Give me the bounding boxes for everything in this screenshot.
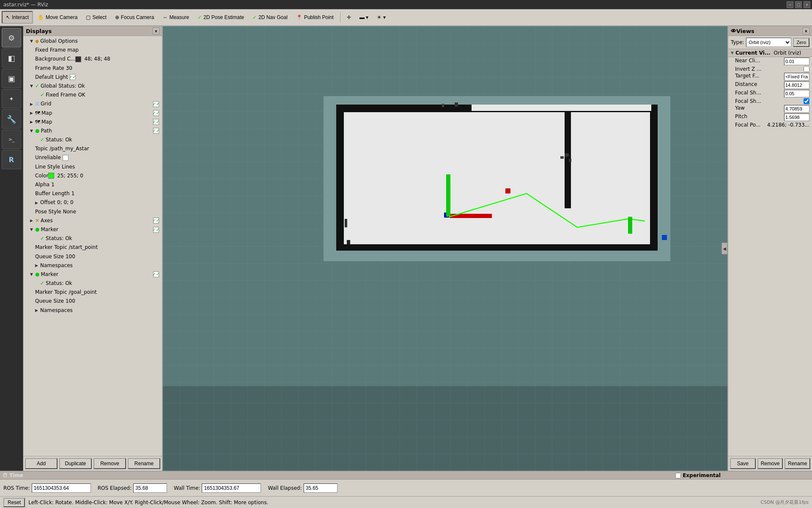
map1-row[interactable]: ▶ 🗺 Map ✓ (29, 109, 161, 118)
remove-button[interactable]: Remove (93, 458, 126, 469)
path-status-row[interactable]: ✓ Status: Ok (39, 135, 161, 144)
path-linestyle-row[interactable]: Line Style Lines (34, 163, 161, 171)
background-row[interactable]: Background C... 48; 48; 48 (34, 55, 161, 64)
marker2-row[interactable]: ▼ ● Marker ✓ (29, 270, 161, 279)
marker1-status-row[interactable]: ✓ Status: Ok (39, 234, 161, 243)
add-button[interactable]: Add (25, 458, 58, 469)
axes-row[interactable]: ▶ ✕ Axes ✓ (29, 216, 161, 225)
experimental-checkbox[interactable] (675, 473, 681, 478)
displays-content[interactable]: ▼ ◆ Global Options Fixed Frame map Backg… (23, 36, 162, 456)
marker1-queue-row[interactable]: Queue Size 100 (34, 252, 161, 261)
views-save-button[interactable]: Save (730, 458, 756, 469)
publish-point-button[interactable]: 📍 Publish Point (292, 11, 337, 24)
displays-close-button[interactable]: × (153, 28, 159, 34)
views-rename-button[interactable]: Rename (785, 458, 810, 469)
path-unreliable-row[interactable]: Unreliable (34, 153, 161, 162)
path-bufferlength-row[interactable]: Buffer Length 1 (34, 189, 161, 198)
default-light-checkbox[interactable]: ✓ (70, 74, 76, 80)
measure-button[interactable]: ↔ Measure (159, 11, 193, 24)
default-light-row[interactable]: Default Light ✓ (34, 73, 161, 82)
global-options-row[interactable]: ▼ ◆ Global Options (29, 37, 161, 46)
focus-camera-button[interactable]: ⊕ Focus Camera (111, 11, 158, 24)
display-icon-btn[interactable]: ▣ (2, 69, 21, 88)
crosshair-button[interactable]: ✛ (343, 11, 355, 24)
marker1-row[interactable]: ▼ ● Marker ✓ (29, 225, 161, 234)
path-checkbox[interactable]: ✓ (153, 128, 159, 134)
frame-rate-label: Frame Rate (35, 64, 64, 72)
marker2-queue-row[interactable]: Queue Size 100 (34, 297, 161, 306)
views-zero-button[interactable]: Zero (793, 38, 809, 47)
nav-goal-button[interactable]: ✓ 2D Nav Goal (249, 11, 291, 24)
axes-checkbox[interactable]: ✓ (153, 218, 159, 224)
marker2-status-row[interactable]: ✓ Status: Ok (39, 279, 161, 288)
map1-checkbox[interactable]: ✓ (153, 110, 159, 116)
pitch-input[interactable] (784, 113, 809, 121)
path-topic-row[interactable]: Topic /path_my_Astar (34, 144, 161, 153)
rviz-icon-btn[interactable]: R (2, 150, 21, 169)
settings-icon-btn[interactable]: ⚙ (2, 28, 21, 47)
path-color-value: 25; 255; 0 (57, 172, 83, 180)
path-posestyle-row[interactable]: Pose Style None (34, 207, 161, 216)
marker2-topic-value: /goal_point (69, 288, 96, 296)
marker1-topic-row[interactable]: Marker Topic /start_point (34, 243, 161, 252)
fixed-frame-row[interactable]: Fixed Frame map (34, 46, 161, 55)
views-remove-button[interactable]: Remove (757, 458, 783, 469)
distance-input[interactable] (784, 81, 809, 89)
views-close-button[interactable]: × (803, 28, 809, 34)
svg-rect-8 (472, 105, 565, 111)
map2-checkbox[interactable]: ✓ (153, 119, 159, 125)
options-button[interactable]: ▬ ▾ (356, 11, 372, 24)
views-buttons: Save Remove Rename (728, 456, 812, 471)
focal-sh1-input[interactable] (784, 90, 809, 97)
3d-viewport[interactable]: ◀ (163, 26, 727, 471)
layers-icon-btn[interactable]: ◧ (2, 48, 21, 68)
move-camera-button[interactable]: ✋ Move Camera (34, 11, 81, 24)
pitch-row: Pitch (728, 113, 812, 121)
view-arrow[interactable]: ◀ (721, 243, 727, 254)
focal-sh2-checkbox[interactable] (804, 98, 809, 104)
select-button[interactable]: ▢ Select (82, 11, 110, 24)
views-type-select[interactable]: Orbit (rviz) (746, 38, 792, 47)
frame-rate-row[interactable]: Frame Rate 30 (34, 64, 161, 73)
tools-icon-btn[interactable]: 🔧 (2, 109, 21, 129)
grid-checkbox[interactable]: ✓ (153, 101, 159, 107)
minimize-button[interactable]: − (787, 1, 793, 8)
path-unreliable-checkbox[interactable] (63, 155, 69, 161)
invert-z-checkbox[interactable] (804, 66, 809, 72)
fixed-frame-status-row[interactable]: ✓ Fixed Frame OK (39, 91, 161, 99)
svg-rect-20 (565, 153, 569, 157)
topics-icon-btn[interactable]: ✦ (2, 89, 21, 108)
marker2-topic-row[interactable]: Marker Topic /goal_point (34, 288, 161, 297)
grid-row[interactable]: ▶ ⊞ Grid ✓ (29, 99, 161, 108)
near-clip-input[interactable] (784, 58, 809, 65)
path-alpha-row[interactable]: Alpha 1 (34, 180, 161, 189)
pose-estimate-button[interactable]: ✓ 2D Pose Estimate (194, 11, 248, 24)
terminal-icon-btn[interactable]: >_ (2, 130, 21, 149)
marker2-namespaces-row[interactable]: ▶ Namespaces (34, 306, 161, 315)
maximize-button[interactable]: □ (795, 1, 802, 8)
marker2-checkbox[interactable]: ✓ (153, 271, 159, 277)
ros-elapsed-input[interactable] (133, 483, 167, 493)
interact-button[interactable]: ↖ Interact (2, 11, 33, 24)
camera-button[interactable]: ☀ ▾ (373, 11, 389, 24)
global-status-row[interactable]: ▼ ✓ Global Status: Ok (29, 82, 161, 91)
marker1-checkbox[interactable]: ✓ (153, 227, 159, 233)
rename-button[interactable]: Rename (128, 458, 160, 469)
yaw-input[interactable] (784, 105, 809, 113)
target-frame-input[interactable] (784, 73, 809, 80)
path-color-row[interactable]: Color 25; 255; 0 (34, 171, 161, 180)
close-button[interactable]: × (804, 1, 810, 8)
wall-time-input[interactable] (202, 483, 261, 493)
ros-time-input[interactable] (32, 483, 91, 493)
wall-elapsed-input[interactable] (304, 483, 337, 493)
marker1-namespaces-row[interactable]: ▶ Namespaces (34, 261, 161, 270)
path-row[interactable]: ▼ ● Path ✓ (29, 127, 161, 135)
map2-row[interactable]: ▶ 🗺 Map ✓ (29, 118, 161, 127)
grid-icon: ⊞ (35, 100, 39, 108)
background-value: 48; 48; 48 (84, 55, 110, 63)
path-offset-row[interactable]: ▶ Offset 0; 0; 0 (34, 198, 161, 207)
reset-button[interactable]: Reset (3, 498, 25, 507)
duplicate-button[interactable]: Duplicate (59, 458, 92, 469)
axes-icon: ✕ (35, 217, 39, 225)
svg-rect-6 (565, 105, 571, 189)
